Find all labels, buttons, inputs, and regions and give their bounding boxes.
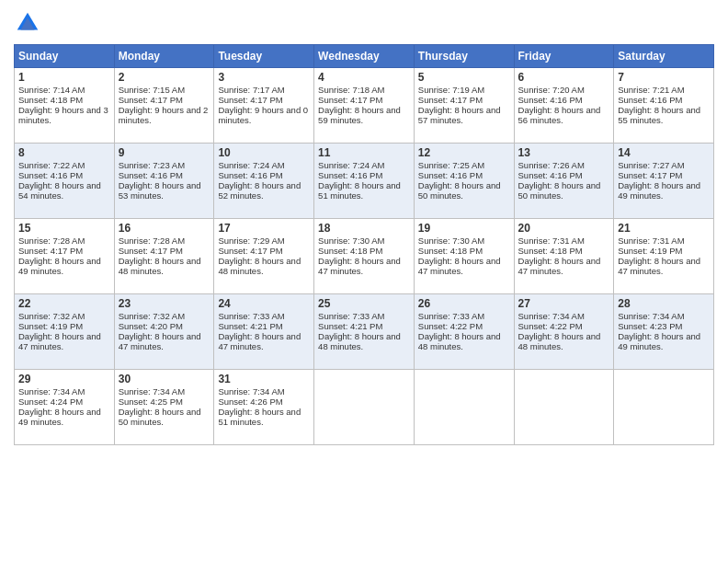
calendar-cell: 6Sunrise: 7:20 AMSunset: 4:16 PMDaylight… (514, 68, 614, 144)
calendar-cell (614, 370, 714, 445)
day-number: 10 (218, 146, 310, 159)
day-number: 17 (218, 222, 310, 235)
sunset-text: Sunset: 4:24 PM (18, 396, 83, 407)
sunset-text: Sunset: 4:16 PM (119, 170, 183, 180)
col-header-tuesday: Tuesday (214, 45, 314, 68)
calendar-cell: 25Sunrise: 7:33 AMSunset: 4:21 PMDayligh… (314, 294, 415, 370)
sunrise-text: Sunrise: 7:22 AM (18, 160, 85, 170)
sunrise-text: Sunrise: 7:30 AM (418, 236, 484, 246)
day-number: 20 (518, 222, 610, 235)
daylight-text: Daylight: 8 hours and 47 minutes. (218, 331, 301, 351)
calendar-cell: 18Sunrise: 7:30 AMSunset: 4:18 PMDayligh… (314, 219, 415, 294)
col-header-thursday: Thursday (414, 45, 514, 68)
sunrise-text: Sunrise: 7:32 AM (119, 311, 185, 321)
sunrise-text: Sunrise: 7:23 AM (119, 160, 185, 170)
calendar-cell: 20Sunrise: 7:31 AMSunset: 4:18 PMDayligh… (514, 219, 614, 294)
day-number: 7 (618, 71, 710, 84)
sunrise-text: Sunrise: 7:32 AM (18, 311, 85, 321)
daylight-text: Daylight: 8 hours and 50 minutes. (418, 180, 501, 201)
sunset-text: Sunset: 4:22 PM (418, 321, 483, 331)
sunrise-text: Sunrise: 7:15 AM (119, 85, 185, 95)
daylight-text: Daylight: 8 hours and 48 minutes. (518, 331, 601, 351)
sunrise-text: Sunrise: 7:24 AM (318, 160, 384, 170)
day-number: 15 (18, 222, 110, 235)
calendar-cell: 26Sunrise: 7:33 AMSunset: 4:22 PMDayligh… (414, 294, 514, 370)
sunrise-text: Sunrise: 7:31 AM (618, 236, 684, 246)
daylight-text: Daylight: 8 hours and 51 minutes. (218, 407, 301, 427)
daylight-text: Daylight: 8 hours and 55 minutes. (618, 105, 700, 125)
calendar-cell (514, 370, 614, 445)
calendar-cell: 24Sunrise: 7:33 AMSunset: 4:21 PMDayligh… (214, 294, 314, 370)
calendar-cell: 28Sunrise: 7:34 AMSunset: 4:23 PMDayligh… (614, 294, 714, 370)
sunset-text: Sunset: 4:21 PM (218, 321, 282, 331)
daylight-text: Daylight: 8 hours and 51 minutes. (318, 180, 401, 201)
sunset-text: Sunset: 4:21 PM (318, 321, 382, 331)
daylight-text: Daylight: 8 hours and 49 minutes. (618, 331, 700, 351)
col-header-sunday: Sunday (15, 45, 115, 68)
week-row-2: 8Sunrise: 7:22 AMSunset: 4:16 PMDaylight… (15, 144, 714, 219)
day-number: 18 (318, 222, 410, 235)
day-number: 14 (618, 146, 710, 159)
page-container: SundayMondayTuesdayWednesdayThursdayFrid… (0, 0, 728, 454)
daylight-text: Daylight: 8 hours and 57 minutes. (418, 105, 501, 125)
calendar-cell: 22Sunrise: 7:32 AMSunset: 4:19 PMDayligh… (15, 294, 115, 370)
calendar-cell: 2Sunrise: 7:15 AMSunset: 4:17 PMDaylight… (114, 68, 214, 144)
sunrise-text: Sunrise: 7:34 AM (18, 386, 85, 396)
sunset-text: Sunset: 4:16 PM (618, 95, 682, 105)
sunset-text: Sunset: 4:19 PM (618, 246, 682, 256)
sunset-text: Sunset: 4:17 PM (418, 95, 483, 105)
sunrise-text: Sunrise: 7:34 AM (618, 311, 684, 321)
day-number: 30 (119, 373, 210, 385)
week-row-4: 22Sunrise: 7:32 AMSunset: 4:19 PMDayligh… (15, 294, 714, 370)
calendar-cell: 7Sunrise: 7:21 AMSunset: 4:16 PMDaylight… (614, 68, 714, 144)
day-number: 5 (418, 71, 510, 84)
sunset-text: Sunset: 4:18 PM (18, 95, 83, 105)
daylight-text: Daylight: 8 hours and 49 minutes. (618, 180, 700, 201)
day-number: 28 (618, 297, 710, 310)
header (14, 9, 714, 37)
sunset-text: Sunset: 4:16 PM (18, 170, 83, 180)
sunrise-text: Sunrise: 7:29 AM (218, 236, 284, 246)
sunrise-text: Sunrise: 7:33 AM (318, 311, 384, 321)
week-row-3: 15Sunrise: 7:28 AMSunset: 4:17 PMDayligh… (15, 219, 714, 294)
sunset-text: Sunset: 4:17 PM (119, 246, 183, 256)
sunset-text: Sunset: 4:16 PM (418, 170, 483, 180)
sunrise-text: Sunrise: 7:26 AM (518, 160, 585, 170)
calendar-cell: 17Sunrise: 7:29 AMSunset: 4:17 PMDayligh… (214, 219, 314, 294)
sunset-text: Sunset: 4:16 PM (218, 170, 282, 180)
sunrise-text: Sunrise: 7:28 AM (18, 236, 85, 246)
calendar-cell: 5Sunrise: 7:19 AMSunset: 4:17 PMDaylight… (414, 68, 514, 144)
daylight-text: Daylight: 8 hours and 52 minutes. (218, 180, 301, 201)
daylight-text: Daylight: 8 hours and 47 minutes. (119, 331, 201, 351)
day-number: 16 (119, 222, 210, 235)
daylight-text: Daylight: 8 hours and 48 minutes. (119, 256, 201, 276)
daylight-text: Daylight: 9 hours and 2 minutes. (119, 105, 209, 125)
sunset-text: Sunset: 4:23 PM (618, 321, 682, 331)
sunrise-text: Sunrise: 7:33 AM (418, 311, 484, 321)
calendar-cell: 21Sunrise: 7:31 AMSunset: 4:19 PMDayligh… (614, 219, 714, 294)
daylight-text: Daylight: 8 hours and 49 minutes. (18, 407, 101, 427)
calendar-cell: 8Sunrise: 7:22 AMSunset: 4:16 PMDaylight… (15, 144, 115, 219)
sunset-text: Sunset: 4:17 PM (18, 246, 83, 256)
calendar-cell: 10Sunrise: 7:24 AMSunset: 4:16 PMDayligh… (214, 144, 314, 219)
day-number: 13 (518, 146, 610, 159)
calendar-cell: 31Sunrise: 7:34 AMSunset: 4:26 PMDayligh… (214, 370, 314, 445)
day-number: 9 (119, 146, 210, 159)
daylight-text: Daylight: 8 hours and 49 minutes. (18, 256, 101, 276)
sunrise-text: Sunrise: 7:25 AM (418, 160, 484, 170)
sunset-text: Sunset: 4:18 PM (518, 246, 583, 256)
day-number: 1 (18, 71, 110, 84)
sunrise-text: Sunrise: 7:27 AM (618, 160, 684, 170)
sunrise-text: Sunrise: 7:19 AM (418, 85, 484, 95)
sunrise-text: Sunrise: 7:28 AM (119, 236, 185, 246)
calendar-cell: 3Sunrise: 7:17 AMSunset: 4:17 PMDaylight… (214, 68, 314, 144)
daylight-text: Daylight: 8 hours and 47 minutes. (518, 256, 601, 276)
day-number: 4 (318, 71, 410, 84)
daylight-text: Daylight: 8 hours and 48 minutes. (218, 256, 301, 276)
calendar-cell: 19Sunrise: 7:30 AMSunset: 4:18 PMDayligh… (414, 219, 514, 294)
week-row-1: 1Sunrise: 7:14 AMSunset: 4:18 PMDaylight… (15, 68, 714, 144)
col-header-saturday: Saturday (614, 45, 714, 68)
sunrise-text: Sunrise: 7:18 AM (318, 85, 384, 95)
calendar-cell: 4Sunrise: 7:18 AMSunset: 4:17 PMDaylight… (314, 68, 415, 144)
daylight-text: Daylight: 8 hours and 59 minutes. (318, 105, 401, 125)
